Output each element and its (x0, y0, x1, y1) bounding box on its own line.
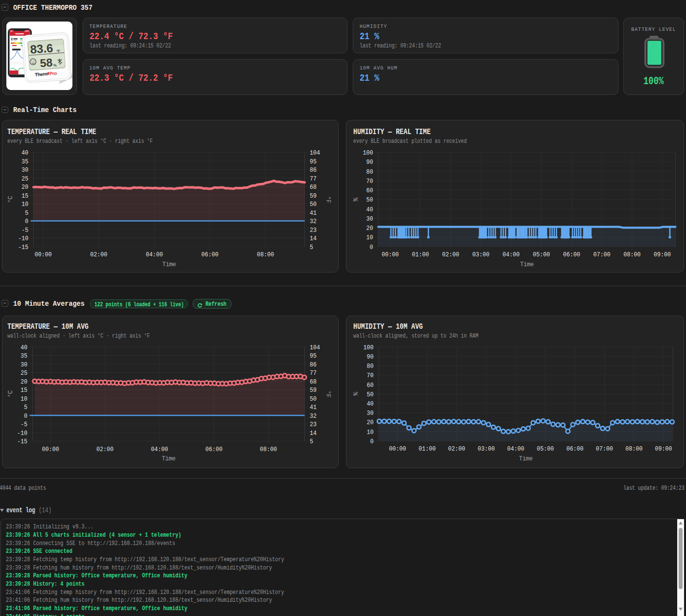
svg-text:59: 59 (310, 387, 317, 394)
svg-text:5: 5 (310, 438, 313, 445)
svg-text:07:00: 07:00 (594, 251, 611, 258)
svg-text:-10: -10 (18, 235, 28, 242)
svg-text:15: 15 (21, 387, 27, 394)
svg-text:%: % (352, 392, 360, 396)
svg-text:01:00: 01:00 (418, 445, 435, 453)
svg-text:Pro: Pro (49, 70, 57, 76)
svg-text:10: 10 (22, 201, 28, 208)
svg-text:30: 30 (21, 361, 27, 368)
svg-text:07:00: 07:00 (596, 445, 613, 453)
svg-text:50: 50 (310, 395, 317, 403)
svg-text:03:00: 03:00 (472, 251, 489, 258)
svg-text:14: 14 (310, 235, 317, 242)
svg-text:50: 50 (366, 196, 373, 204)
svg-text:-15: -15 (18, 244, 28, 251)
svg-text:Therm: Therm (35, 71, 48, 77)
svg-text:5: 5 (310, 244, 313, 251)
svg-text:68: 68 (310, 183, 317, 191)
svg-text:60: 60 (367, 382, 374, 389)
svg-text:00:00: 00:00 (35, 251, 52, 258)
svg-text:50: 50 (310, 201, 317, 208)
svg-text:°F: °F (56, 49, 61, 54)
svg-text:20: 20 (366, 225, 373, 232)
svg-text:06:00: 06:00 (202, 251, 219, 258)
svg-text:20: 20 (22, 183, 28, 191)
svg-text:32: 32 (310, 218, 317, 225)
svg-text:58: 58 (40, 56, 53, 69)
svg-text:03:00: 03:00 (478, 445, 495, 453)
svg-text:90: 90 (367, 353, 374, 361)
svg-text:35: 35 (22, 158, 28, 165)
svg-text:06:00: 06:00 (206, 446, 223, 453)
svg-text:60: 60 (366, 187, 373, 194)
svg-text:00:00: 00:00 (42, 446, 59, 453)
svg-text:Time: Time (162, 456, 176, 462)
svg-text:08:00: 08:00 (257, 251, 274, 258)
svg-text:08:00: 08:00 (260, 446, 277, 453)
svg-text:06:00: 06:00 (563, 251, 580, 258)
svg-text:25: 25 (22, 175, 28, 183)
svg-text:Time: Time (519, 456, 533, 462)
svg-text:50: 50 (367, 391, 374, 398)
svg-text:°C: °C (7, 390, 14, 397)
svg-text:86: 86 (310, 361, 317, 368)
svg-text:32: 32 (310, 412, 317, 420)
svg-text:104: 104 (310, 149, 320, 157)
svg-text:-10: -10 (17, 430, 27, 437)
svg-text:-15: -15 (17, 438, 27, 445)
svg-text:95: 95 (310, 352, 317, 360)
svg-text:04:00: 04:00 (151, 446, 168, 453)
svg-text:30: 30 (22, 166, 28, 174)
svg-text:0: 0 (370, 438, 374, 445)
svg-text:06:00: 06:00 (566, 445, 583, 453)
svg-text:04:00: 04:00 (503, 251, 520, 258)
svg-text:10: 10 (366, 234, 373, 241)
svg-text:08:00: 08:00 (625, 445, 642, 453)
svg-text:Time: Time (520, 261, 534, 268)
svg-text:09:00: 09:00 (655, 445, 672, 453)
svg-text:86: 86 (310, 166, 317, 174)
svg-text:08:00: 08:00 (623, 251, 640, 258)
svg-text:20: 20 (367, 419, 374, 426)
svg-text:20: 20 (21, 378, 27, 386)
svg-text:41: 41 (310, 209, 317, 217)
svg-text:00:00: 00:00 (382, 251, 399, 258)
svg-text:100: 100 (363, 149, 373, 157)
svg-text:77: 77 (310, 175, 317, 183)
svg-text:70: 70 (366, 178, 373, 185)
svg-text:0: 0 (370, 244, 373, 251)
svg-text:%: % (53, 63, 57, 68)
svg-text:04:00: 04:00 (146, 251, 163, 258)
svg-text:-5: -5 (22, 227, 28, 234)
svg-text:0: 0 (24, 412, 27, 420)
svg-text:-5: -5 (21, 421, 27, 428)
svg-text:70: 70 (367, 372, 374, 379)
svg-text:02:00: 02:00 (448, 445, 465, 453)
svg-text:05:00: 05:00 (537, 445, 554, 453)
svg-text:°F: °F (324, 196, 331, 203)
svg-text:02:00: 02:00 (96, 446, 114, 453)
svg-text:05:00: 05:00 (533, 251, 550, 258)
svg-text:%: % (352, 197, 360, 201)
svg-text:59: 59 (310, 192, 317, 200)
svg-text:10: 10 (367, 429, 374, 436)
svg-text:04:00: 04:00 (507, 445, 525, 453)
svg-text:14: 14 (310, 430, 317, 437)
svg-text:35: 35 (21, 352, 27, 360)
svg-text:95: 95 (310, 158, 317, 165)
svg-text:30: 30 (366, 215, 373, 223)
svg-text:Time: Time (162, 261, 176, 268)
svg-text:41: 41 (310, 404, 317, 411)
svg-text:09:00: 09:00 (654, 251, 671, 258)
svg-text:83.6: 83.6 (30, 41, 53, 56)
svg-text:40: 40 (367, 400, 374, 408)
svg-text:40: 40 (21, 344, 27, 351)
svg-text:02:00: 02:00 (442, 251, 459, 258)
svg-text:77: 77 (310, 369, 317, 377)
svg-text:23: 23 (310, 227, 317, 234)
svg-text:0: 0 (25, 218, 28, 225)
svg-text:80: 80 (366, 168, 373, 176)
svg-text:00:00: 00:00 (389, 445, 406, 453)
svg-text:40: 40 (22, 149, 28, 157)
svg-text:02:00: 02:00 (90, 251, 107, 258)
